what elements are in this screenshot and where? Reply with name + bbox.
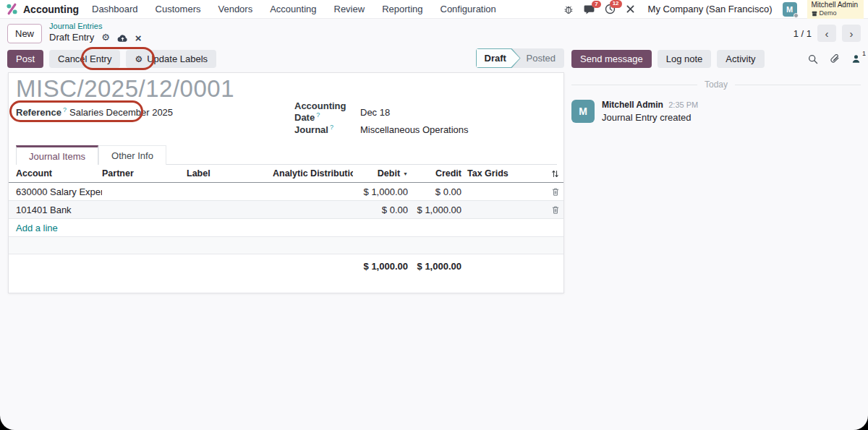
- table-spacer-row: [9, 237, 563, 254]
- row-debit[interactable]: $ 1,000.00: [353, 186, 408, 197]
- activities-clock-icon[interactable]: 12: [605, 4, 616, 14]
- user-avatar[interactable]: M: [783, 2, 797, 17]
- reference-help-icon[interactable]: ?: [63, 106, 67, 113]
- table-header-row: Account Partner Label Analytic Distribut…: [9, 165, 563, 183]
- top-navbar: Accounting Dashboard Customers Vendors A…: [0, 0, 868, 19]
- user-status-dot: [793, 13, 799, 18]
- optional-columns-icon[interactable]: [547, 169, 563, 179]
- main-menu: Dashboard Customers Vendors Accounting R…: [92, 4, 496, 14]
- cancel-entry-button[interactable]: Cancel Entry: [49, 50, 120, 68]
- menu-reporting[interactable]: Reporting: [382, 4, 422, 14]
- menu-dashboard[interactable]: Dashboard: [92, 4, 138, 14]
- reference-label: Reference?: [16, 106, 62, 118]
- gear-icon: ⚙: [135, 54, 142, 64]
- row-debit[interactable]: $ 0.00: [353, 205, 408, 215]
- table-totals-row: $ 1,000.00 $ 1,000.00: [9, 254, 563, 278]
- row-credit[interactable]: $ 1,000.00: [408, 205, 461, 215]
- total-credit: $ 1,000.00: [408, 261, 461, 272]
- breadcrumb-journal-entries[interactable]: Journal Entries: [49, 22, 142, 31]
- accounting-date-help-icon[interactable]: ?: [316, 111, 320, 119]
- table-row[interactable]: 101401 Bank $ 0.00 $ 1,000.00: [9, 201, 563, 219]
- pager-next-button[interactable]: ›: [842, 25, 861, 42]
- row-account[interactable]: 101401 Bank: [9, 205, 102, 215]
- col-label[interactable]: Label: [187, 168, 273, 179]
- menu-accounting[interactable]: Accounting: [270, 4, 316, 14]
- accounting-date-label: Accounting Date?: [294, 100, 360, 123]
- delete-row-icon[interactable]: [547, 187, 563, 197]
- form-sheet: MISC/2025/12/0001 Reference? Salaries De…: [8, 72, 564, 293]
- demo-data-icon: [812, 11, 817, 17]
- post-button[interactable]: Post: [7, 50, 43, 68]
- control-panel: New Journal Entries Draft Entry ⚙ × 1 / …: [0, 20, 868, 46]
- messages-icon[interactable]: 7: [584, 4, 595, 14]
- row-account[interactable]: 630000 Salary Expenses: [9, 186, 102, 197]
- menu-configuration[interactable]: Configuration: [441, 4, 496, 14]
- table-row[interactable]: 630000 Salary Expenses $ 1,000.00 $ 0.00: [9, 183, 563, 201]
- new-button[interactable]: New: [7, 24, 42, 43]
- app-name[interactable]: Accounting: [23, 4, 79, 15]
- followers-icon[interactable]: 1: [851, 54, 861, 64]
- accounting-date-input[interactable]: Dec 18: [360, 107, 390, 118]
- save-cloud-icon[interactable]: [117, 34, 128, 43]
- sort-desc-icon: ▼: [403, 171, 408, 176]
- send-message-button[interactable]: Send message: [571, 50, 652, 68]
- reference-input[interactable]: Salaries December 2025: [69, 107, 173, 118]
- app-window: Accounting Dashboard Customers Vendors A…: [0, 0, 868, 430]
- search-messages-icon[interactable]: [808, 54, 818, 64]
- discard-x-icon[interactable]: ×: [135, 31, 142, 46]
- attachment-paperclip-icon[interactable]: [830, 54, 840, 64]
- notebook-tabs: Journal Items Other Info: [16, 145, 557, 165]
- add-a-line-link[interactable]: Add a line: [9, 223, 102, 233]
- menu-vendors[interactable]: Vendors: [218, 4, 252, 14]
- col-debit[interactable]: Debit▼: [353, 168, 408, 179]
- total-debit: $ 1,000.00: [353, 261, 408, 272]
- user-sub-label: Demo: [820, 9, 837, 17]
- accounting-date-field-row: Accounting Date? Dec 18: [294, 103, 556, 121]
- reference-field-row: Reference? Salaries December 2025: [16, 103, 284, 121]
- tools-icon[interactable]: [626, 4, 635, 14]
- message-time: 2:35 PM: [668, 100, 698, 109]
- activities-badge: 12: [610, 0, 622, 8]
- pager: 1 / 1 ‹ ›: [793, 25, 861, 42]
- delete-row-icon[interactable]: [547, 205, 563, 215]
- status-draft[interactable]: Draft: [476, 48, 521, 68]
- odoo-apps-logo-icon[interactable]: [6, 3, 18, 15]
- tab-journal-items[interactable]: Journal Items: [16, 145, 98, 165]
- user-menu[interactable]: Mitchell Admin Demo: [807, 0, 864, 19]
- actions-gear-icon[interactable]: ⚙: [101, 32, 110, 44]
- col-tax-grids[interactable]: Tax Grids: [461, 168, 547, 179]
- chatter: Today M Mitchell Admin 2:35 PM Journal E…: [571, 72, 861, 123]
- log-note-button[interactable]: Log note: [658, 50, 712, 68]
- message-author[interactable]: Mitchell Admin: [602, 100, 663, 110]
- tab-other-info[interactable]: Other Info: [98, 145, 166, 165]
- journal-field-row: Journal? Miscellaneous Operations: [294, 121, 556, 138]
- menu-review[interactable]: Review: [334, 4, 365, 14]
- pager-count: 1 / 1: [793, 28, 812, 39]
- row-credit[interactable]: $ 0.00: [408, 186, 461, 197]
- col-credit[interactable]: Credit: [408, 168, 461, 179]
- status-bar: Draft Posted: [476, 48, 564, 68]
- user-name: Mitchell Admin: [812, 1, 858, 9]
- followers-count: 1: [862, 50, 866, 57]
- company-switcher[interactable]: My Company (San Francisco): [648, 4, 773, 14]
- add-line-row: Add a line: [9, 219, 563, 237]
- menu-customers[interactable]: Customers: [156, 4, 201, 14]
- col-analytic-distribution[interactable]: Analytic Distribution: [273, 168, 353, 179]
- messages-badge: 7: [592, 1, 600, 9]
- message-avatar[interactable]: M: [571, 100, 595, 123]
- chatter-message: M Mitchell Admin 2:35 PM Journal Entry c…: [571, 100, 861, 123]
- pager-previous-button[interactable]: ‹: [817, 25, 836, 42]
- journal-label: Journal?: [294, 124, 360, 135]
- date-divider: Today: [571, 79, 861, 90]
- update-labels-button[interactable]: ⚙ Update Labels: [126, 50, 216, 68]
- debug-bug-icon[interactable]: [563, 4, 574, 14]
- journal-help-icon[interactable]: ?: [330, 124, 333, 131]
- col-account[interactable]: Account: [9, 168, 102, 179]
- activity-button[interactable]: Activity: [717, 50, 764, 68]
- breadcrumb: Journal Entries Draft Entry ⚙ ×: [49, 22, 142, 46]
- journal-input[interactable]: Miscellaneous Operations: [360, 124, 469, 135]
- breadcrumb-current: Draft Entry: [49, 32, 94, 44]
- col-partner[interactable]: Partner: [102, 168, 187, 179]
- journal-items-table: Account Partner Label Analytic Distribut…: [9, 165, 563, 278]
- entry-number[interactable]: MISC/2025/12/0001: [16, 75, 234, 103]
